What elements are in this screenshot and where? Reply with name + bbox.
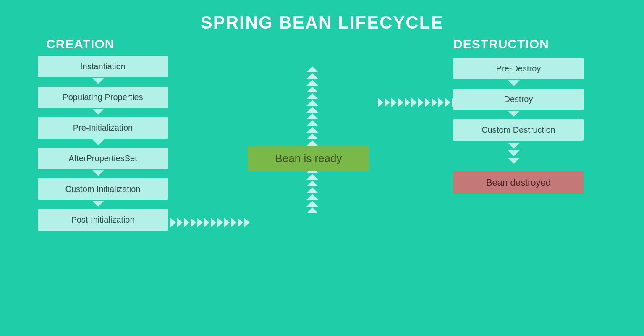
box-bean-destroyed: Bean destroyed xyxy=(453,171,584,194)
arrow-after-populating xyxy=(92,109,104,115)
vertical-arrows-up xyxy=(306,66,318,213)
arrow-after-destroy xyxy=(508,111,520,117)
arrow-after-custom-dest-3 xyxy=(508,158,520,164)
arrow-after-pre-destroy xyxy=(508,80,520,86)
creation-label: CREATION xyxy=(46,37,114,51)
arrow-after-custom-dest-1 xyxy=(508,143,520,149)
arrows-post-init-right xyxy=(170,218,250,227)
arrow-after-custom-init xyxy=(92,201,104,207)
box-destroy: Destroy xyxy=(453,89,584,110)
arrows-bean-ready-right xyxy=(378,98,457,107)
box-custom-destruction: Custom Destruction xyxy=(453,119,584,141)
box-pre-destroy: Pre-Destroy xyxy=(453,58,584,79)
box-after-props: AfterPropertiesSet xyxy=(38,148,168,169)
box-bean-ready: Bean is ready xyxy=(248,146,369,171)
diagram: CREATION Instantiation Populating Proper… xyxy=(0,33,644,336)
arrow-after-pre-init xyxy=(92,139,104,145)
page-title: SPRING BEAN LIFECYCLE xyxy=(0,0,644,33)
arrow-after-afterprops xyxy=(92,170,104,176)
box-custom-init: Custom Initialization xyxy=(38,178,168,200)
arrow-after-instantiation xyxy=(92,78,104,84)
arrow-after-custom-dest-2 xyxy=(508,150,520,156)
box-populating: Populating Properties xyxy=(38,87,168,108)
box-post-init: Post-Initialization xyxy=(38,209,168,231)
box-pre-init: Pre-Initialization xyxy=(38,117,168,139)
destruction-label: DESTRUCTION xyxy=(453,37,549,51)
box-instantiation: Instantiation xyxy=(38,56,168,77)
